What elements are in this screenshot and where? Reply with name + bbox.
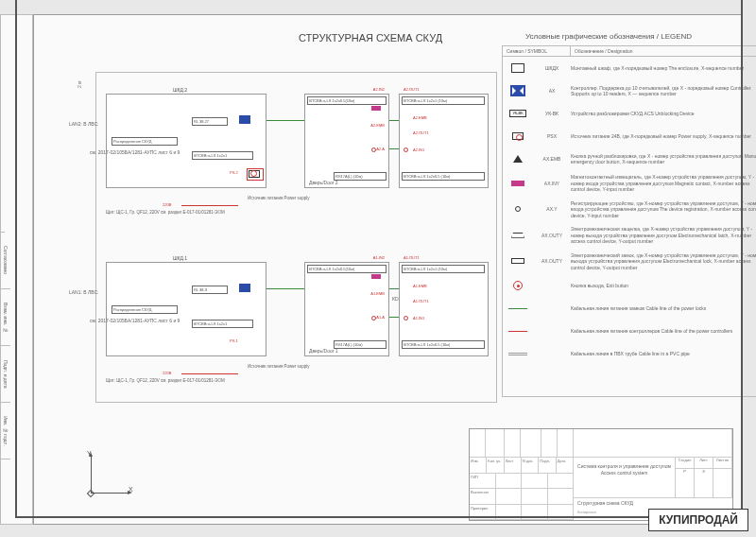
ctrl-label: RL 38.27 [192, 117, 228, 126]
out1-label: A1.OUT1 [413, 299, 429, 303]
tb-row: Проверил [470, 505, 574, 521]
x-axis-icon [91, 493, 129, 494]
magnet-icon [371, 106, 381, 111]
legend-row: Кабельная линия питания замков Cable lin… [503, 297, 756, 320]
aa-label: A1.A [376, 315, 385, 320]
left-rail: Согласовано Взам. инв. № Подп. и дата Ин… [0, 14, 33, 525]
x-label: X [129, 486, 133, 493]
out1-label: A2.OUT1 [413, 130, 429, 135]
rasp-box: Распределение СКУД [112, 305, 178, 314]
legend-row: PSXИсточник питания 24В, где X-порядковы… [503, 125, 756, 147]
legend-box: Символ / SYMBOL Обозначение / Designatio… [502, 45, 756, 397]
door-block: A1.IN2 КПСВВнг-LS 1x2x0.5(10м) A1.EMB A1… [304, 262, 389, 356]
psu-icon [512, 132, 524, 140]
ps-label: PS.2 [230, 170, 238, 175]
controller-icon [239, 284, 250, 292]
data-wire [389, 288, 399, 289]
legend-row: УК-ВКУК-ВКУстройство разблокировки СКУД … [503, 102, 756, 125]
in-label: A2.IN2 [373, 87, 385, 92]
tb-header-row: Изм.Кол. уч.ЛистN док.Подп.Дата [470, 458, 574, 474]
lock-icon [511, 258, 524, 264]
red-line-icon [508, 331, 527, 332]
emb-label: A1.EMB [413, 284, 427, 288]
reader-icon [404, 147, 408, 152]
rail-cell: Согласовано [1, 233, 10, 289]
cable-label: КПСВВнг-LS 1x2x1 (10м) [402, 265, 485, 273]
tb-row: ГИП [470, 474, 574, 490]
power-wire [181, 373, 238, 374]
reader-icon [371, 147, 376, 152]
out-label: A2.OUT1 [404, 87, 420, 92]
cable-label: КПСВВнг-LS 1x2x1 [192, 151, 253, 160]
in1-label: A1.IN1 [413, 316, 424, 320]
legend-row: Кабельная линия в ПВХ трубе Cable line i… [503, 342, 756, 365]
block-label: ШКД.1 [173, 255, 187, 261]
voltage-label: 220В [163, 371, 171, 375]
cable-label: КПСВВнг-LS 1x2x1 [192, 320, 253, 328]
reader-icon [404, 316, 408, 320]
latch-icon [511, 233, 524, 238]
rail-cell: Инв. № подл. [1, 403, 10, 459]
data-wire [266, 288, 304, 289]
schematic: ШКД.2 LAN2: В ЛВС: Распределение СКУД см… [95, 72, 497, 403]
data-wire [389, 148, 399, 149]
magnet-icon [511, 181, 524, 186]
power-wire [181, 205, 238, 206]
cable-label: КПСВВнг-LS 1x2x0.5 (10м) [402, 172, 485, 181]
tb-slr-header: СтадияЛистЛистов [676, 458, 732, 469]
data-wire [389, 317, 399, 318]
out-label: A1.OUT1 [404, 255, 420, 260]
green-line-icon [508, 308, 527, 309]
ref-label: см. 2017-02/105БА/1281-АУПС лист 6 и 9 [90, 149, 184, 155]
legend-header: Символ / SYMBOL Обозначение / Designatio… [503, 46, 756, 57]
legend-row: AX.INYМагнитоконтактный извещатель, где … [503, 170, 756, 197]
door-block: A1.OUT1 КПСВВнг-LS 1x2x1 (10м) A1.EMB A1… [399, 262, 489, 356]
lan-label: LAN1: В ЛВС: [69, 289, 98, 295]
data-wire [266, 120, 304, 121]
cable-label: КПСВВнг-LS 1x2x0.5(10м) [307, 96, 387, 105]
y-axis-icon [91, 456, 92, 494]
tb-row: Выполнил [470, 489, 574, 505]
emb-label: A2.EMB [413, 115, 427, 120]
enclosure-icon [511, 63, 524, 73]
rail-cell: Подп. и дата [1, 346, 10, 403]
scale-label: 2 кг [77, 80, 82, 88]
cable-label: КПСВВнг-LS 1x2x0.5 (10м) [402, 340, 485, 349]
tb-empty-rows [470, 429, 732, 458]
door-block: A2.OUT1 КПСВВнг-LS 1x2x1 (10м) A2.EMB A2… [399, 94, 489, 188]
exit-icon [513, 281, 523, 290]
in1-label: A2.IN1 [413, 147, 424, 152]
ref-label: см. 2017-02/105БА/1281-АУПС лист 6 и 9 [90, 318, 184, 323]
in-label: A1.IN2 [373, 255, 385, 260]
legend-row: АХКонтроллер. Поддержка до 10 считывател… [503, 79, 756, 102]
lan-label: LAN2: В ЛВС: [69, 121, 98, 127]
tb-description: Система контроля и управления доступом A… [574, 458, 676, 497]
cable-label: КПСВВнг-LS 1x2x0.5(10м) [307, 265, 387, 273]
drawing-canvas[interactable]: СТРУКТУРНАЯ СХЕМА СКУД Условные графичес… [33, 14, 742, 525]
pwr-ref: Щит: ЩС-1, Гр. QF12, 220V см. раздел Е-0… [106, 210, 225, 215]
rasp-box: Распределение СКУД [112, 137, 178, 146]
pwr-label: Источник питания Power supply [248, 196, 310, 200]
cable-label: КПСВВнг-LS 1x2x1 (10м) [402, 96, 485, 105]
aa-label: A2.A [376, 147, 385, 151]
reader-icon [515, 206, 521, 212]
controller-block-top: ШКД.2 LAN2: В ЛВС: Распределение СКУД см… [106, 94, 266, 188]
origin-icon [87, 490, 94, 497]
ctrl-label: RL 38.3 [192, 286, 228, 294]
pwr-label: Источник питания Power supply [248, 364, 310, 369]
pwr-ref: Щит: ЩС-1, Гр. QF12, 220V см. раздел Е-0… [106, 378, 225, 383]
rail-cell [1, 15, 5, 233]
controller-icon [510, 85, 525, 96]
legend-row: Кнопка выхода, Exit button [503, 274, 756, 297]
emb-icon [513, 155, 523, 163]
legend-col-designation: Обозначение / Designation [571, 46, 756, 56]
emb-label: A1.EMB [370, 291, 385, 296]
legend-row: AX.EMBКнопка ручной разблокировки, где X… [503, 147, 756, 170]
unblock-icon: УК-ВК [509, 110, 526, 117]
voltage-label: 220В [163, 202, 171, 207]
block-label: ШКД.2 [173, 87, 187, 93]
controller-icon [239, 115, 250, 124]
legend-row: AX.OUTYЭлектромеханический замок, где X-… [503, 249, 756, 275]
tb-slr-values: Р8 [676, 469, 732, 497]
magnet-icon [371, 274, 381, 279]
